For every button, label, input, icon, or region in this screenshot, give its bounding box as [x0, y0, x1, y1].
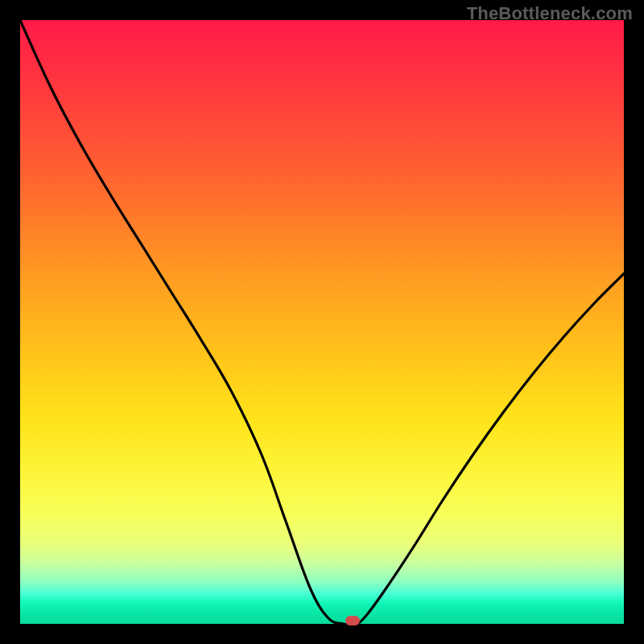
optimal-point-marker — [345, 616, 360, 625]
chart-frame: TheBottleneck.com — [0, 0, 644, 644]
bottleneck-curve — [20, 20, 624, 624]
plot-area — [20, 20, 624, 624]
